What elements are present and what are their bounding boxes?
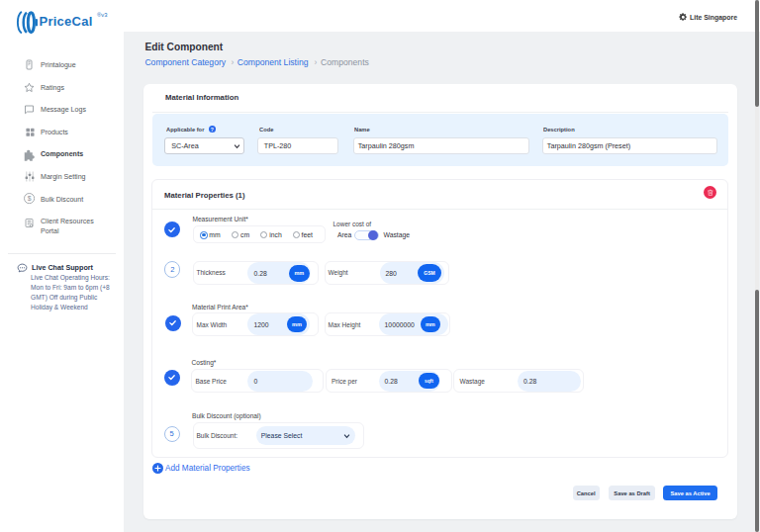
svg-text:$: $ [28, 195, 32, 202]
